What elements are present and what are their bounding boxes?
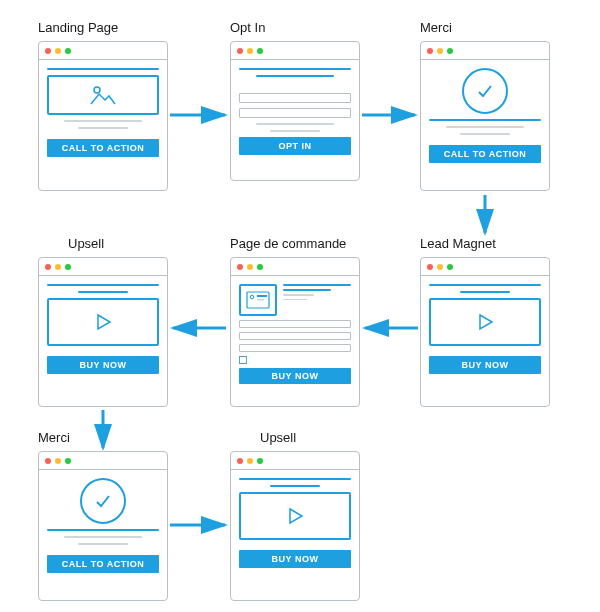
dot-green xyxy=(447,264,453,270)
product-icon xyxy=(246,291,270,309)
title-optin: Opt In xyxy=(230,20,370,35)
titlebar xyxy=(39,258,167,276)
subheading-line xyxy=(270,485,320,487)
page-order: Page de commande xyxy=(230,236,370,407)
browser-landing: CALL TO ACTION xyxy=(38,41,168,191)
content: CALL TO ACTION xyxy=(39,60,167,165)
play-icon xyxy=(476,313,494,331)
dot-red xyxy=(427,264,433,270)
browser-order: BUY NOW xyxy=(230,257,360,407)
input-field[interactable] xyxy=(239,344,351,352)
page-merci-2: Merci CALL TO ACTION xyxy=(38,430,178,601)
play-icon xyxy=(94,313,112,331)
dot-green xyxy=(257,48,263,54)
title-leadmagnet: Lead Magnet xyxy=(420,236,560,251)
title-upsell-2: Upsell xyxy=(230,430,370,445)
cta-button[interactable]: CALL TO ACTION xyxy=(429,145,541,163)
cta-button[interactable]: OPT IN xyxy=(239,137,351,155)
video-placeholder xyxy=(47,298,159,346)
text-line xyxy=(283,289,331,291)
dot-red xyxy=(45,264,51,270)
dot-red xyxy=(45,48,51,54)
hero-image-placeholder xyxy=(47,75,159,115)
page-landing: Landing Page CALL TO ACTION xyxy=(38,20,178,191)
svg-marker-1 xyxy=(480,315,492,329)
checkbox[interactable] xyxy=(239,356,247,364)
dot-yellow xyxy=(437,264,443,270)
title-order: Page de commande xyxy=(230,236,370,251)
dot-yellow xyxy=(55,48,61,54)
text-line xyxy=(460,133,510,135)
dot-red xyxy=(427,48,433,54)
input-field[interactable] xyxy=(239,93,351,103)
text-line xyxy=(78,127,128,129)
dot-red xyxy=(237,458,243,464)
browser-leadmagnet: BUY NOW xyxy=(420,257,550,407)
dot-red xyxy=(237,264,243,270)
content: BUY NOW xyxy=(231,276,359,392)
dot-yellow xyxy=(437,48,443,54)
text-line xyxy=(78,543,128,545)
cta-button[interactable]: BUY NOW xyxy=(429,356,541,374)
text-line xyxy=(64,536,142,538)
browser-upsell-1: BUY NOW xyxy=(38,257,168,407)
input-field[interactable] xyxy=(239,320,351,328)
cta-button[interactable]: BUY NOW xyxy=(239,550,351,568)
image-icon xyxy=(89,84,117,106)
page-leadmagnet: Lead Magnet BUY NOW xyxy=(420,236,560,407)
svg-rect-5 xyxy=(257,299,264,301)
input-field[interactable] xyxy=(239,108,351,118)
order-summary xyxy=(239,284,351,316)
cta-button[interactable]: CALL TO ACTION xyxy=(47,139,159,157)
page-upsell-2: Upsell BUY NOW xyxy=(230,430,370,601)
dot-green xyxy=(257,264,263,270)
check-icon xyxy=(474,80,496,102)
heading-line xyxy=(239,68,351,70)
content: CALL TO ACTION xyxy=(39,470,167,581)
content: OPT IN xyxy=(231,60,359,163)
dot-green xyxy=(257,458,263,464)
text-line xyxy=(270,130,320,132)
svg-marker-7 xyxy=(290,509,302,523)
title-landing: Landing Page xyxy=(38,20,178,35)
heading-line xyxy=(429,284,541,286)
cta-button[interactable]: CALL TO ACTION xyxy=(47,555,159,573)
dot-yellow xyxy=(55,264,61,270)
check-icon xyxy=(92,490,114,512)
dot-green xyxy=(65,458,71,464)
svg-marker-6 xyxy=(98,315,110,329)
play-icon xyxy=(286,507,304,525)
product-image-placeholder xyxy=(239,284,277,316)
text-line xyxy=(283,284,351,286)
titlebar xyxy=(39,452,167,470)
title-merci-2: Merci xyxy=(38,430,178,445)
dot-green xyxy=(65,48,71,54)
page-merci-1: Merci CALL TO ACTION xyxy=(420,20,560,191)
titlebar xyxy=(39,42,167,60)
heading-line xyxy=(239,478,351,480)
titlebar xyxy=(231,42,359,60)
subheading-line xyxy=(256,75,334,77)
page-optin: Opt In OPT IN xyxy=(230,20,370,181)
dot-green xyxy=(447,48,453,54)
heading-line xyxy=(47,284,159,286)
cta-button[interactable]: BUY NOW xyxy=(47,356,159,374)
content: CALL TO ACTION xyxy=(421,60,549,171)
text-line xyxy=(283,299,307,301)
cta-button[interactable]: BUY NOW xyxy=(239,368,351,384)
titlebar xyxy=(421,42,549,60)
text-line xyxy=(256,123,334,125)
titlebar xyxy=(231,452,359,470)
input-field[interactable] xyxy=(239,332,351,340)
text-line xyxy=(446,126,524,128)
dot-green xyxy=(65,264,71,270)
text-line xyxy=(64,120,142,122)
titlebar xyxy=(421,258,549,276)
dot-red xyxy=(237,48,243,54)
heading-line xyxy=(429,119,541,121)
text-line xyxy=(283,294,314,296)
heading-line xyxy=(47,68,159,70)
titlebar xyxy=(231,258,359,276)
heading-line xyxy=(47,529,159,531)
svg-point-0 xyxy=(94,87,100,93)
